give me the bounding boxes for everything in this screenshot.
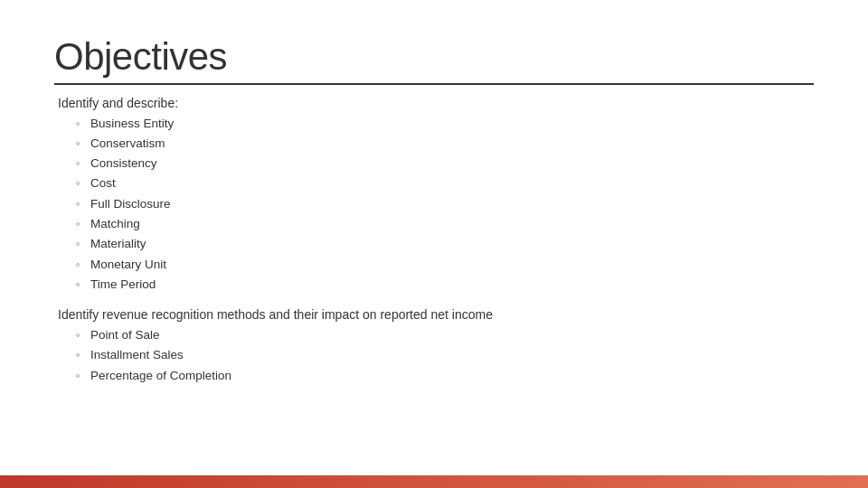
list-item: Full Disclosure: [76, 194, 814, 214]
list-item: Time Period: [76, 275, 814, 295]
list-item: Conservatism: [76, 134, 814, 154]
slide-title: Objectives: [54, 36, 814, 78]
list-item: Business Entity: [76, 114, 814, 134]
title-divider: [54, 83, 814, 85]
section1-intro: Identify and describe:: [58, 96, 814, 110]
list-item: Materiality: [76, 234, 814, 254]
list-item: Monetary Unit: [76, 255, 814, 275]
list-item: Percentage of Completion: [76, 366, 814, 386]
content-section: Identify and describe: Business Entity C…: [54, 96, 814, 386]
section2-list: Point of Sale Installment Sales Percenta…: [58, 325, 814, 386]
section1-list: Business Entity Conservatism Consistency…: [58, 114, 814, 295]
list-item: Consistency: [76, 154, 814, 174]
section2-intro: Identify revenue recognition methods and…: [58, 307, 814, 322]
list-item: Point of Sale: [76, 325, 814, 345]
slide-container: Objectives Identify and describe: Busine…: [0, 0, 868, 488]
bottom-bar: [0, 475, 868, 488]
list-item: Matching: [76, 214, 814, 234]
list-item: Cost: [76, 174, 814, 193]
title-section: Objectives: [54, 36, 814, 85]
list-item: Installment Sales: [76, 345, 814, 365]
